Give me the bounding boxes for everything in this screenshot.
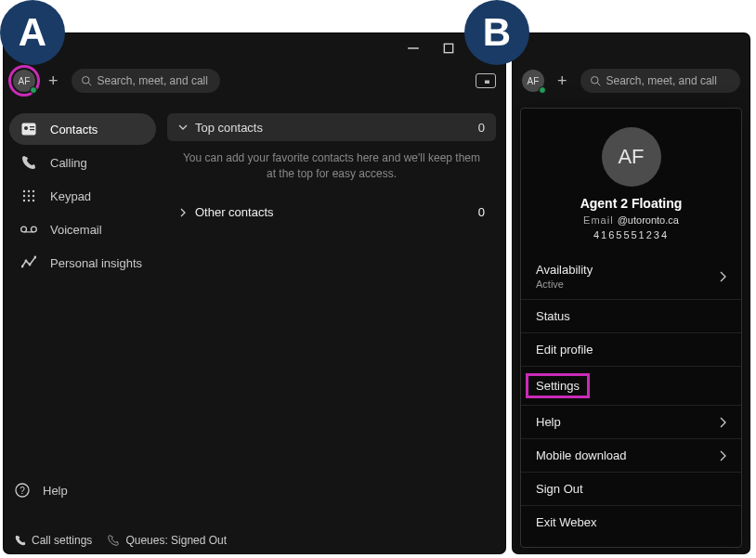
- svg-point-17: [23, 200, 25, 201]
- search-icon: [590, 75, 601, 86]
- sidebar: Contacts Calling Keypad: [4, 106, 162, 526]
- svg-point-13: [33, 190, 34, 192]
- svg-point-8: [24, 126, 28, 130]
- svg-point-20: [21, 227, 27, 232]
- help-label: Help: [43, 484, 68, 498]
- svg-point-29: [591, 77, 598, 84]
- topbar: AF + Search, meet, and call: [4, 63, 505, 98]
- contact-card-icon: [20, 123, 37, 136]
- search-input[interactable]: Search, meet, and call: [580, 69, 740, 93]
- sidebar-item-keypad[interactable]: Keypad: [9, 180, 156, 212]
- section-count: 0: [478, 205, 485, 219]
- profile-phone: 4165551234: [593, 229, 669, 240]
- section-label: Top contacts: [195, 121, 263, 135]
- menu-label: Availability: [536, 263, 593, 277]
- maximize-button[interactable]: [442, 42, 455, 55]
- app-window-b: AF + Search, meet, and call AF Agent 2 F…: [513, 33, 749, 553]
- topbar: AF + Search, meet, and call: [513, 63, 749, 98]
- avatar-initials: AF: [528, 76, 540, 86]
- menu-item-edit-profile[interactable]: Edit profile: [521, 332, 741, 366]
- profile-avatar[interactable]: AF: [13, 70, 35, 92]
- phone-icon: [20, 155, 37, 170]
- search-icon: [81, 75, 92, 86]
- voicemail-icon: [20, 225, 37, 234]
- presence-dot-icon: [30, 86, 37, 94]
- avatar-initials: AF: [19, 76, 31, 86]
- availability-value: Active: [536, 279, 564, 290]
- svg-line-5: [88, 83, 91, 85]
- search-input[interactable]: Search, meet, and call: [72, 69, 220, 93]
- sidebar-item-calling[interactable]: Calling: [9, 147, 156, 178]
- profile-menu: Availability Active Status Edit profile …: [521, 253, 741, 539]
- chevron-right-icon: [719, 450, 726, 461]
- sidebar-item-voicemail[interactable]: Voicemail: [9, 214, 156, 245]
- sidebar-item-label: Contacts: [50, 123, 98, 136]
- minimize-icon: [407, 42, 420, 55]
- svg-rect-10: [30, 129, 34, 130]
- menu-item-sign-out[interactable]: Sign Out: [521, 472, 741, 505]
- meet-window-button[interactable]: [476, 73, 496, 88]
- help-icon: ?: [15, 483, 30, 498]
- svg-rect-1: [444, 44, 452, 52]
- queues-label: Queues: Signed Out: [125, 534, 227, 547]
- picture-in-picture-icon: [481, 77, 490, 84]
- svg-text:?: ?: [20, 486, 25, 496]
- profile-avatar[interactable]: AF: [522, 70, 544, 92]
- top-contacts-hint: You can add your favorite contacts here …: [167, 141, 496, 199]
- insights-icon: [20, 255, 37, 270]
- email-label: Email: [583, 214, 614, 226]
- menu-label: Exit Webex: [536, 515, 597, 529]
- section-count: 0: [478, 121, 485, 135]
- presence-dot-icon: [539, 86, 546, 94]
- sidebar-item-insights[interactable]: Personal insights: [9, 247, 156, 279]
- svg-point-24: [25, 260, 28, 263]
- menu-item-status[interactable]: Status: [521, 299, 741, 332]
- sidebar-item-contacts[interactable]: Contacts: [9, 113, 156, 145]
- svg-line-30: [597, 83, 600, 85]
- menu-item-settings[interactable]: Settings: [521, 366, 741, 405]
- profile-display-name: Agent 2 Floating: [580, 196, 683, 211]
- queues-status[interactable]: Queues: Signed Out: [107, 534, 227, 547]
- sidebar-item-label: Personal insights: [50, 256, 142, 270]
- other-contacts-header[interactable]: Other contacts 0: [167, 199, 496, 227]
- annotation-badge-b: B: [464, 0, 529, 65]
- svg-rect-9: [30, 126, 34, 127]
- svg-point-11: [23, 190, 25, 192]
- avatar-initials: AF: [618, 145, 644, 169]
- menu-label: Status: [536, 309, 570, 323]
- new-action-button[interactable]: +: [554, 71, 571, 91]
- menu-item-exit[interactable]: Exit Webex: [521, 505, 741, 539]
- minimize-button[interactable]: [407, 42, 420, 55]
- sidebar-footer: ? Help: [4, 483, 162, 498]
- chevron-right-icon: [178, 208, 188, 217]
- sidebar-item-label: Voicemail: [50, 223, 102, 237]
- menu-item-help[interactable]: Help: [521, 405, 741, 438]
- search-placeholder: Search, meet, and call: [606, 74, 717, 87]
- sidebar-item-label: Keypad: [50, 189, 91, 203]
- chevron-right-icon: [719, 417, 726, 428]
- sidebar-item-label: Calling: [50, 156, 87, 170]
- section-label: Other contacts: [195, 205, 274, 219]
- profile-avatar-large: AF: [602, 127, 661, 187]
- menu-label: Sign Out: [536, 482, 583, 496]
- svg-point-15: [28, 195, 30, 197]
- menu-item-availability[interactable]: Availability Active: [521, 253, 741, 299]
- chevron-right-icon: [719, 271, 726, 282]
- email-domain: @utoronto.ca: [618, 214, 679, 226]
- main-content: Top contacts 0 You can add your favorite…: [162, 106, 505, 526]
- svg-point-4: [82, 77, 89, 84]
- sidebar-help[interactable]: ? Help: [15, 483, 150, 498]
- top-contacts-header[interactable]: Top contacts 0: [167, 113, 496, 141]
- profile-email: Email @utoronto.ca: [583, 214, 679, 226]
- statusbar: Call settings Queues: Signed Out: [4, 527, 505, 553]
- svg-point-18: [28, 200, 30, 201]
- menu-item-mobile-download[interactable]: Mobile download: [521, 438, 741, 472]
- call-settings-link[interactable]: Call settings: [15, 534, 92, 547]
- app-window-a: AF + Search, meet, and call Contacts: [4, 33, 505, 553]
- new-action-button[interactable]: +: [45, 71, 62, 91]
- svg-point-25: [29, 264, 32, 266]
- annotation-badge-a: A: [0, 0, 65, 65]
- menu-label: Mobile download: [536, 448, 627, 462]
- svg-point-16: [33, 195, 34, 197]
- profile-flyout: AF Agent 2 Floating Email @utoronto.ca 4…: [520, 108, 742, 548]
